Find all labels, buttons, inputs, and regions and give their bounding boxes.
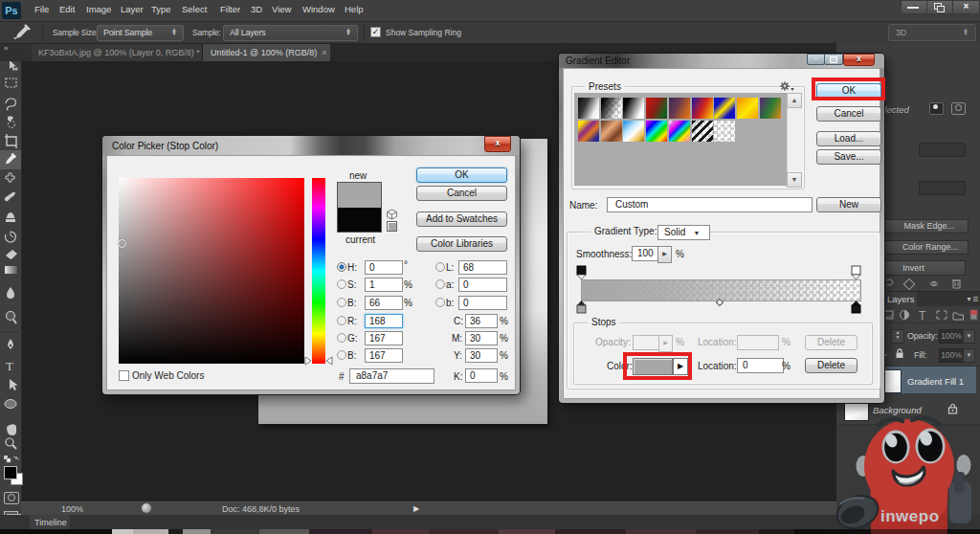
svg-text:T: T <box>6 359 13 373</box>
svg-text:T: T <box>919 309 926 323</box>
svg-text:inwepo: inwepo <box>880 507 940 525</box>
